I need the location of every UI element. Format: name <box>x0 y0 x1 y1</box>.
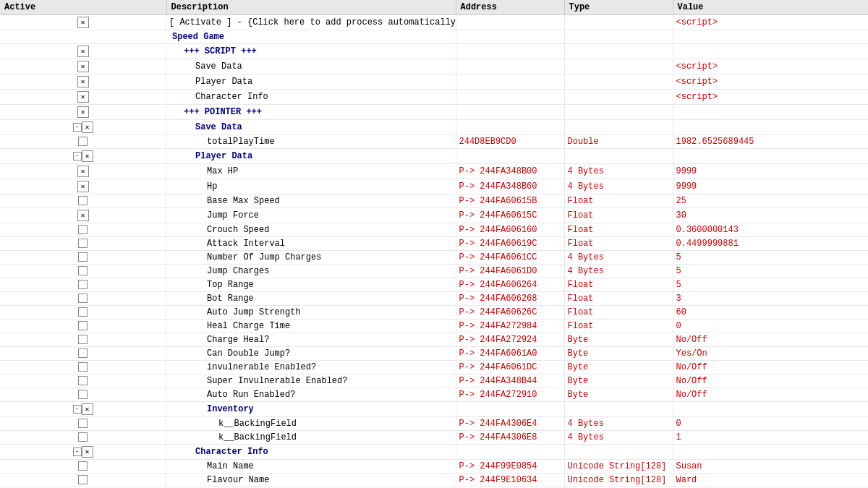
table-row[interactable]: Max HPP-> 244FA348B004 Bytes9999 <box>0 164 868 179</box>
table-row[interactable]: Super Invulnerable Enabled?P-> 244FA348B… <box>0 374 868 388</box>
checkbox[interactable] <box>78 348 88 358</box>
checkbox-x[interactable] <box>77 166 89 177</box>
value-cell <box>673 105 868 120</box>
table-row[interactable]: totalPlayTime244D8EB9CD0Double1982.65256… <box>0 135 868 149</box>
table-row[interactable]: Flavour NameP-> 244F9E10634Unicode Strin… <box>0 474 868 487</box>
value-cell: 0 <box>673 320 868 333</box>
description-cell: Save Data <box>166 120 456 135</box>
checkbox-x[interactable] <box>77 91 89 103</box>
checkbox[interactable] <box>78 137 88 146</box>
checkbox-x[interactable] <box>82 121 93 133</box>
table-row[interactable]: Base Max SpeedP-> 244FA60615BFloat25 <box>0 194 868 208</box>
type-cell: Float <box>564 292 673 306</box>
type-cell <box>564 30 673 44</box>
checkbox-x[interactable] <box>77 106 89 118</box>
table-row[interactable]: Attack IntervalP-> 244FA60619CFloat0.449… <box>0 237 868 251</box>
checkbox[interactable] <box>78 280 88 289</box>
checkbox[interactable] <box>78 475 88 484</box>
description-cell: Charge Heal? <box>166 333 456 347</box>
table-row[interactable]: k__BackingFieldP-> 244FA4306E84 Bytes1 <box>0 431 868 445</box>
table-row[interactable]: -Character Info <box>0 445 868 460</box>
expand-btn[interactable]: - <box>73 448 82 456</box>
table-row[interactable]: k__BackingFieldP-> 244FA4306E44 Bytes0 <box>0 417 868 431</box>
checkbox[interactable] <box>78 362 88 372</box>
expand-btn[interactable]: - <box>73 123 82 132</box>
checkbox[interactable] <box>78 432 88 442</box>
cheat-engine-table[interactable]: Active Description Address Type Value [ … <box>0 0 868 488</box>
checkbox[interactable] <box>78 196 88 205</box>
checkbox[interactable] <box>78 321 88 330</box>
address-cell: P-> 244FA60615C <box>456 208 564 223</box>
value-cell <box>673 120 868 135</box>
address-cell: P-> 244F9E10634 <box>456 474 564 487</box>
checkbox[interactable] <box>78 307 88 317</box>
checkbox-x[interactable] <box>82 150 93 162</box>
checkbox[interactable] <box>78 294 88 303</box>
description-cell: Inventory <box>166 402 456 417</box>
table-row[interactable]: Heal Charge TimeP-> 244FA272984Float0 <box>0 320 868 333</box>
checkbox-x[interactable] <box>77 46 89 57</box>
active-cell: - <box>0 402 166 416</box>
description-cell: +++ POINTER +++ <box>166 105 456 120</box>
active-cell <box>0 417 166 429</box>
table-row[interactable]: Can Double Jump?P-> 244FA6061A0ByteYes/O… <box>0 347 868 361</box>
table-row[interactable]: +++ SCRIPT +++ <box>0 44 868 59</box>
table-row[interactable]: -Player Data <box>0 149 868 164</box>
checkbox-x[interactable] <box>77 76 89 87</box>
active-cell <box>0 164 166 179</box>
table-row[interactable]: Bot RangeP-> 244FA606268Float3 <box>0 292 868 306</box>
table-row[interactable]: -Inventory <box>0 402 868 417</box>
value-cell: <script> <box>673 15 868 30</box>
expand-btn[interactable]: - <box>73 152 82 160</box>
description-cell: Jump Force <box>166 208 456 223</box>
checkbox[interactable] <box>78 266 88 275</box>
expand-btn[interactable]: - <box>73 405 82 414</box>
active-cell <box>0 431 166 443</box>
table-row[interactable]: -Save Data <box>0 120 868 135</box>
table-row[interactable]: Crouch SpeedP-> 244FA606160Float0.360000… <box>0 223 868 237</box>
active-cell <box>0 374 166 387</box>
checkbox[interactable] <box>78 252 88 262</box>
table-row[interactable]: Charge Heal?P-> 244FA272924ByteNo/Off <box>0 333 868 347</box>
table-row[interactable]: Auto Run Enabled?P-> 244FA272910ByteNo/O… <box>0 388 868 402</box>
description-cell: Attack Interval <box>166 237 456 251</box>
description-cell: Max HP <box>166 164 456 179</box>
description-cell: k__BackingField <box>166 431 456 445</box>
checkbox[interactable] <box>78 390 88 399</box>
checkbox[interactable] <box>78 239 88 248</box>
table-row[interactable]: Auto Jump StrengthP-> 244FA60626CFloat60 <box>0 306 868 320</box>
checkbox[interactable] <box>78 225 88 234</box>
address-cell <box>456 90 564 105</box>
active-cell <box>0 74 166 89</box>
table-row[interactable]: Jump ForceP-> 244FA60615CFloat30 <box>0 208 868 223</box>
table-row[interactable]: Jump ChargesP-> 244FA6061D04 Bytes5 <box>0 265 868 278</box>
checkbox[interactable] <box>78 335 88 344</box>
desc-text: Attack Interval <box>207 239 285 249</box>
desc-text: Hp <box>207 181 217 192</box>
table-row[interactable]: [ Activate ] - {Click here to add proces… <box>0 15 868 30</box>
table-row[interactable]: Main NameP-> 244F99E0854Unicode String[1… <box>0 460 868 474</box>
checkbox[interactable] <box>78 376 88 385</box>
checkbox-x[interactable] <box>77 210 89 221</box>
checkbox-x[interactable] <box>82 446 93 458</box>
checkbox-x[interactable] <box>77 61 89 72</box>
table-row[interactable]: Number Of Jump ChargesP-> 244FA6061CC4 B… <box>0 251 868 265</box>
table-row[interactable]: Save Data<script> <box>0 59 868 74</box>
table-row[interactable]: invulnerable Enabled?P-> 244FA6061DCByte… <box>0 361 868 374</box>
value-cell: 5 <box>673 251 868 265</box>
table-row[interactable]: Speed Game <box>0 30 868 44</box>
checkbox[interactable] <box>78 419 88 428</box>
value-cell <box>673 149 868 164</box>
checkbox-x[interactable] <box>77 17 89 28</box>
table-row[interactable]: Character Info<script> <box>0 90 868 105</box>
table-row[interactable]: +++ POINTER +++ <box>0 105 868 120</box>
checkbox-x[interactable] <box>82 403 93 415</box>
table-row[interactable]: Player Data<script> <box>0 74 868 90</box>
checkbox[interactable] <box>78 461 88 471</box>
table-row[interactable]: HpP-> 244FA348B604 Bytes9999 <box>0 179 868 194</box>
desc-text: Auto Run Enabled? <box>207 390 295 400</box>
type-cell <box>564 15 673 30</box>
checkbox-x[interactable] <box>77 181 89 192</box>
table-row[interactable]: Top RangeP-> 244FA606264Float5 <box>0 278 868 292</box>
description-cell: Bot Range <box>166 292 456 306</box>
